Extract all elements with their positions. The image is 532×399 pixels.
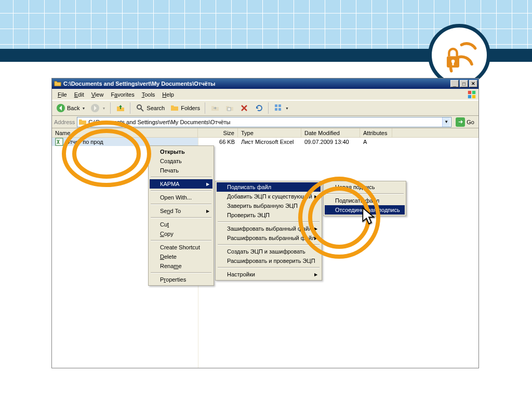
excel-file-icon xyxy=(55,138,63,146)
go-icon: ➜ xyxy=(456,117,465,127)
column-headers: Name Size Type Date Modified Attributes xyxy=(52,128,478,138)
svg-rect-3 xyxy=(468,91,471,94)
ctx-delete[interactable]: Delete xyxy=(150,252,212,261)
folders-button[interactable]: Folders xyxy=(168,102,202,114)
search-label: Search xyxy=(147,105,165,111)
file-row[interactable]: Отчет по прод 66 KB Лист Microsoft Excel… xyxy=(52,138,478,146)
menu-edit[interactable]: Edit xyxy=(71,90,88,99)
ctx-open[interactable]: Открыть xyxy=(150,147,212,156)
logo-badge xyxy=(428,24,490,86)
svg-rect-11 xyxy=(228,108,231,111)
svg-rect-4 xyxy=(472,91,475,94)
up-icon xyxy=(116,103,125,113)
ctx-open-with[interactable]: Open With... xyxy=(150,193,212,202)
context-menu-karma: Подписать файл▶ Добавить ЭЦП к существую… xyxy=(215,181,322,281)
address-label: Address xyxy=(54,119,75,125)
back-button[interactable]: Back ▼ xyxy=(54,102,87,114)
karma-certify[interactable]: Заверить выбранную ЭЦП xyxy=(217,201,321,210)
karma-add-sig[interactable]: Добавить ЭЦП к существующей▶ xyxy=(217,192,321,201)
svg-rect-15 xyxy=(278,108,281,111)
address-dropdown[interactable]: ▼ xyxy=(442,117,450,127)
toolbar: Back ▼ ▼ Search Folders ▼ xyxy=(52,100,478,116)
svg-rect-14 xyxy=(275,108,277,111)
ctx-send-to[interactable]: Send To▶ xyxy=(150,206,212,216)
move-to-icon xyxy=(210,103,220,113)
maximize-button[interactable]: □ xyxy=(460,80,468,87)
menu-file[interactable]: File xyxy=(54,90,71,99)
svg-rect-13 xyxy=(278,104,281,107)
svg-rect-6 xyxy=(472,95,475,98)
ctx-cut[interactable]: Cut xyxy=(150,220,212,229)
svg-rect-16 xyxy=(56,138,63,145)
folders-label: Folders xyxy=(181,105,200,111)
karma-decrypt[interactable]: Расшифровать выбранный файл▶ xyxy=(217,233,321,243)
svg-rect-5 xyxy=(468,95,471,98)
ctx-print[interactable]: Печать xyxy=(150,166,212,175)
search-button[interactable]: Search xyxy=(134,102,167,114)
forward-button[interactable]: ▼ xyxy=(88,102,108,114)
karma-verify[interactable]: Проверить ЭЦП xyxy=(217,210,321,220)
address-value: C:\Documents and Settings\vert\My Docume… xyxy=(88,119,442,125)
ctx-create-shortcut[interactable]: Create Shortcut xyxy=(150,243,212,252)
ctx-karma[interactable]: КАРМА▶ xyxy=(150,179,212,189)
svg-line-10 xyxy=(141,109,143,111)
window-title: C:\Documents and Settings\vert\My Docume… xyxy=(63,81,449,87)
up-button[interactable] xyxy=(114,102,127,114)
column-name[interactable]: Name xyxy=(52,128,198,138)
folder-icon xyxy=(78,118,87,126)
copy-to-icon xyxy=(225,103,234,113)
file-size: 66 KB xyxy=(198,139,238,145)
address-bar: Address C:\Documents and Settings\vert\M… xyxy=(52,116,478,128)
context-menu-main: Открыть Создать Печать КАРМА▶ Open With.… xyxy=(148,145,214,286)
back-icon xyxy=(56,103,65,113)
menu-view[interactable]: View xyxy=(88,90,108,99)
sign-detached[interactable]: Отсоединенная подпись xyxy=(325,205,405,215)
move-to-button[interactable] xyxy=(208,102,222,114)
column-modified[interactable]: Date Modified xyxy=(301,128,360,138)
ctx-properties[interactable]: Properties xyxy=(150,275,212,284)
file-attrs: A xyxy=(360,139,392,145)
address-input[interactable]: C:\Documents and Settings\vert\My Docume… xyxy=(77,117,451,127)
file-modified: 09.07.2009 13:40 xyxy=(301,139,360,145)
ctx-copy[interactable]: Copy xyxy=(150,229,212,238)
views-button[interactable]: ▼ xyxy=(272,102,291,114)
folder-icon xyxy=(54,80,61,87)
karma-settings[interactable]: Настройки▶ xyxy=(217,270,321,279)
svg-rect-2 xyxy=(452,62,454,65)
windows-flag-icon xyxy=(467,90,476,99)
go-label: Go xyxy=(467,119,474,125)
svg-rect-12 xyxy=(275,104,277,107)
forward-icon xyxy=(90,103,100,113)
titlebar[interactable]: C:\Documents and Settings\vert\My Docume… xyxy=(52,78,478,89)
column-attributes[interactable]: Attributes xyxy=(360,128,392,138)
views-icon xyxy=(274,103,283,113)
menu-favorites[interactable]: Favorites xyxy=(107,90,138,99)
file-name: Отчет по прод xyxy=(65,139,103,145)
ctx-new[interactable]: Создать xyxy=(150,156,212,166)
karma-decrypt-verify[interactable]: Расшифровать и проверить ЭЦП xyxy=(217,256,321,265)
sign-file[interactable]: Подписать файл xyxy=(325,196,405,205)
karma-encrypt[interactable]: Зашифровать выбранный файл▶ xyxy=(217,224,321,233)
menu-help[interactable]: Help xyxy=(158,90,178,99)
copy-to-button[interactable] xyxy=(223,102,236,114)
file-type: Лист Microsoft Excel xyxy=(238,139,301,145)
ctx-rename[interactable]: Rename xyxy=(150,261,212,271)
sign-new[interactable]: Новая подпись xyxy=(325,182,405,192)
lock-logo-icon xyxy=(441,37,477,73)
back-label: Back xyxy=(67,105,79,111)
menu-tools[interactable]: Tools xyxy=(138,90,159,99)
delete-button[interactable] xyxy=(237,102,251,114)
minimize-button[interactable]: _ xyxy=(450,80,459,87)
undo-button[interactable] xyxy=(252,102,265,114)
menubar: File Edit View Favorites Tools Help xyxy=(52,89,478,100)
column-type[interactable]: Type xyxy=(238,128,301,138)
karma-sign-encrypt[interactable]: Создать ЭЦП и зашифровать xyxy=(217,247,321,256)
go-button[interactable]: ➜ Go xyxy=(454,116,476,128)
close-button[interactable]: ✕ xyxy=(469,80,477,87)
folders-icon xyxy=(170,103,179,113)
undo-icon xyxy=(254,103,263,113)
delete-icon xyxy=(240,103,249,113)
column-size[interactable]: Size xyxy=(198,128,238,138)
karma-sign-file[interactable]: Подписать файл▶ xyxy=(217,182,321,192)
search-icon xyxy=(136,103,145,113)
